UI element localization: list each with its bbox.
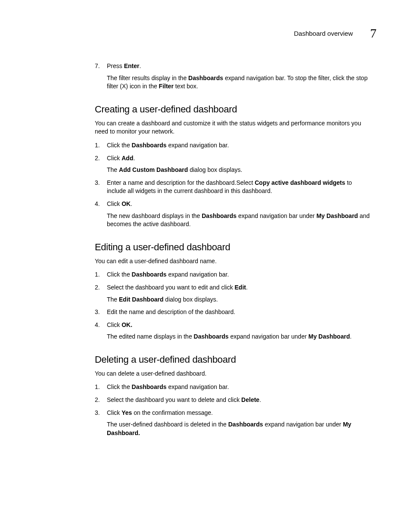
header-title: Dashboard overview — [294, 30, 353, 37]
text: Click the — [107, 271, 132, 278]
bold-text: Dashboards — [202, 212, 237, 219]
text: Edit the name and description of the das… — [107, 308, 235, 315]
text: expand navigation bar. — [167, 142, 229, 149]
bold-text: Add — [121, 155, 133, 162]
heading-creating-dashboard: Creating a user-defined dashboard — [95, 104, 372, 115]
bold-text: Dashboards — [228, 421, 263, 428]
bold-text: My Dashboard — [316, 212, 358, 219]
intro-paragraph: You can edit a user-defined dashboard na… — [95, 257, 372, 266]
bold-text: Dashboards — [188, 75, 223, 81]
bold-text: Edit — [235, 284, 246, 291]
text: Click — [107, 321, 121, 328]
text: Click — [107, 409, 121, 416]
text: Select the dashboard you want to delete … — [107, 396, 241, 403]
text: Click the — [107, 142, 132, 149]
step-subtext: The filter results display in the Dashbo… — [107, 74, 372, 91]
step-subtext: The Add Custom Dashboard dialog box disp… — [107, 166, 372, 174]
bold-text: Delete — [241, 396, 259, 403]
step-item: Click Yes on the confirmation message. T… — [95, 409, 372, 438]
step-item: Press Enter. The filter results display … — [95, 62, 372, 91]
steps-editing: Click the Dashboards expand navigation b… — [95, 271, 372, 341]
text: on the confirmation message. — [132, 409, 213, 416]
step-item: Click the Dashboards expand navigation b… — [95, 271, 372, 279]
bold-text: Enter — [124, 62, 140, 69]
bold-text: Yes — [121, 409, 132, 416]
bold-text: Add Custom Dashboard — [119, 166, 188, 173]
text: The filter results display in the — [107, 75, 188, 81]
step-item: Select the dashboard you want to edit an… — [95, 283, 372, 304]
step-item: Click OK. The edited name displays in th… — [95, 321, 372, 341]
step-item: Enter a name and description for the das… — [95, 179, 372, 196]
text: expand navigation bar under — [263, 421, 343, 428]
bold-text: My Dashboard — [308, 333, 350, 340]
text: dialog box displays. — [188, 166, 242, 173]
page-content: Press Enter. The filter results display … — [95, 62, 372, 437]
text: The — [107, 166, 119, 173]
bold-text: Dashboards — [132, 383, 167, 390]
step-subtext: The new dashboard displays in the Dashbo… — [107, 212, 372, 229]
text: . — [350, 333, 352, 340]
text: expand navigation bar. — [167, 383, 229, 390]
text: expand navigation bar. — [167, 271, 229, 278]
step-item: Click Add. The Add Custom Dashboard dial… — [95, 154, 372, 174]
text: . — [259, 396, 261, 403]
text: Click the — [107, 383, 132, 390]
text: The edited name displays in the — [107, 333, 194, 340]
text: Click — [107, 200, 121, 207]
step-subtext: The Edit Dashboard dialog box displays. — [107, 296, 372, 304]
text: . — [133, 155, 135, 162]
step-item: Edit the name and description of the das… — [95, 308, 372, 317]
bold-text: OK — [121, 200, 131, 207]
bold-text: Copy active dashboard widgets — [255, 179, 345, 186]
bold-text: Dashboards — [194, 333, 229, 340]
heading-deleting-dashboard: Deleting a user-defined dashboard — [95, 354, 372, 365]
intro-paragraph: You can create a dashboard and customize… — [95, 119, 372, 136]
bold-text: Filter — [159, 83, 174, 90]
bold-text: Edit Dashboard — [119, 296, 163, 303]
intro-paragraph: You can delete a user-defined dashboard. — [95, 370, 372, 378]
heading-editing-dashboard: Editing a user-defined dashboard — [95, 242, 372, 253]
document-page: Dashboard overview 7 Press Enter. The fi… — [0, 0, 411, 532]
text: dialog box displays. — [163, 296, 218, 303]
step-item: Click OK. The new dashboard displays in … — [95, 200, 372, 229]
bold-text: OK. — [121, 321, 132, 328]
bold-text: Dashboards — [132, 271, 167, 278]
steps-creating: Click the Dashboards expand navigation b… — [95, 141, 372, 229]
step-subtext: The edited name displays in the Dashboar… — [107, 333, 372, 341]
steps-deleting: Click the Dashboards expand navigation b… — [95, 383, 372, 437]
text: Select the dashboard you want to edit an… — [107, 284, 235, 291]
step-text: . — [139, 62, 141, 69]
text: The — [107, 296, 119, 303]
text: Click — [107, 155, 121, 162]
step-item: Click the Dashboards expand navigation b… — [95, 141, 372, 150]
text: . — [246, 284, 248, 291]
text: The new dashboard displays in the — [107, 212, 202, 219]
step-item: Click the Dashboards expand navigation b… — [95, 383, 372, 392]
step-subtext: The user-defined dashboard is deleted in… — [107, 420, 372, 437]
text: expand navigation bar under — [229, 333, 308, 340]
page-header: Dashboard overview 7 — [34, 26, 377, 40]
text: Enter a name and description for the das… — [107, 179, 255, 186]
text: . — [131, 200, 132, 207]
bold-text: Dashboards — [132, 142, 167, 149]
text: text box. — [174, 83, 198, 90]
step-text: Press — [107, 62, 124, 69]
step-item: Select the dashboard you want to delete … — [95, 396, 372, 404]
chapter-number: 7 — [370, 26, 377, 40]
text: expand navigation bar under — [237, 212, 316, 219]
steps-continued: Press Enter. The filter results display … — [95, 62, 372, 91]
text: The user-defined dashboard is deleted in… — [107, 421, 228, 428]
